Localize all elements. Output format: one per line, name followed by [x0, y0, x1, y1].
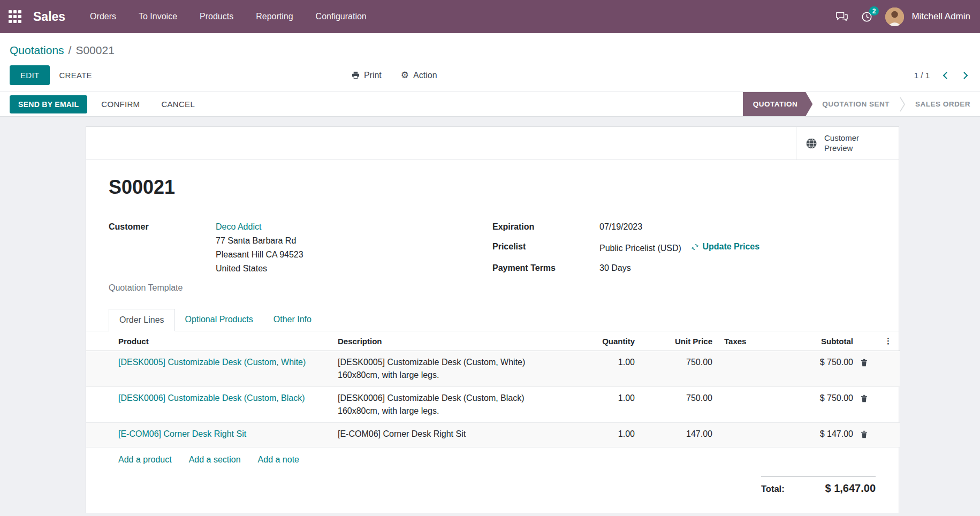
quotation-form-sheet: Customer Preview S00021 Customer Deco Ad…	[86, 126, 899, 513]
customer-address-line: 77 Santa Barbara Rd	[216, 234, 303, 248]
add-a-section-link[interactable]: Add a section	[189, 455, 241, 465]
line-description: [DESK0005] Customizable Desk (Custom, Wh…	[338, 351, 563, 387]
col-taxes[interactable]: Taxes	[712, 331, 798, 351]
activity-badge: 2	[869, 6, 879, 16]
line-subtotal: $ 750.00	[798, 387, 853, 423]
create-button[interactable]: CREATE	[50, 66, 101, 85]
top-navbar: Sales Orders To Invoice Products Reporti…	[0, 0, 980, 33]
action-menu-button[interactable]: ⚙ Action	[401, 71, 437, 80]
line-taxes	[712, 351, 798, 387]
add-a-product-link[interactable]: Add a product	[118, 455, 172, 465]
col-description[interactable]: Description	[338, 331, 563, 351]
status-separator-icon	[899, 92, 906, 116]
col-quantity[interactable]: Quantity	[563, 331, 635, 351]
payment-terms-label: Payment Terms	[492, 261, 599, 275]
nav-item-products[interactable]: Products	[200, 9, 233, 25]
pricelist-value: Public Pricelist (USD)	[599, 244, 681, 253]
status-sales-order[interactable]: SALES ORDER	[906, 92, 980, 116]
send-by-email-button[interactable]: SEND BY EMAIL	[10, 95, 87, 113]
total-value: $ 1,647.00	[825, 482, 876, 495]
pager-previous-button[interactable]	[940, 69, 950, 82]
avatar[interactable]	[885, 7, 904, 26]
navbar-systray: 2 Mitchell Admin	[835, 7, 970, 26]
chevron-right-icon	[963, 71, 968, 80]
trash-icon	[861, 359, 868, 367]
notebook-tabs: Order Lines Optional Products Other Info	[86, 309, 899, 331]
user-name[interactable]: Mitchell Admin	[911, 11, 970, 22]
line-quantity: 1.00	[563, 351, 635, 387]
status-quotation[interactable]: QUOTATION	[743, 92, 813, 116]
trash-icon	[861, 394, 868, 403]
control-panel: Quotations/S00021 EDIT CREATE Print ⚙ Ac…	[0, 33, 980, 92]
form-statusbar: SEND BY EMAIL CONFIRM CANCEL QUOTATION Q…	[0, 92, 980, 117]
pager-count: 1 / 1	[914, 71, 930, 80]
gear-icon: ⚙	[401, 71, 409, 80]
nav-item-to-invoice[interactable]: To Invoice	[139, 9, 177, 25]
main-menu: Orders To Invoice Products Reporting Con…	[90, 9, 367, 25]
totals-footer: Total: $ 1,647.00	[761, 476, 876, 495]
app-name[interactable]: Sales	[33, 10, 65, 24]
delete-line-button[interactable]	[853, 423, 875, 447]
nav-item-reporting[interactable]: Reporting	[256, 9, 293, 25]
edit-button[interactable]: EDIT	[10, 65, 50, 85]
line-subtotal: $ 750.00	[798, 351, 853, 387]
customer-link[interactable]: Deco Addict	[216, 222, 261, 231]
product-link[interactable]: [DESK0005] Customizable Desk (Custom, Wh…	[118, 358, 306, 367]
quotation-template-label: Quotation Template	[109, 283, 492, 293]
apps-menu-icon[interactable]	[9, 10, 21, 23]
customer-label: Customer	[109, 220, 216, 276]
pager-next-button[interactable]	[961, 69, 970, 82]
pricelist-label: Pricelist	[492, 240, 599, 255]
nav-item-orders[interactable]: Orders	[90, 9, 116, 25]
order-line-row[interactable]: [DESK0006] Customizable Desk (Custom, Bl…	[86, 387, 900, 423]
breadcrumb-current: S00021	[75, 44, 114, 56]
breadcrumb: Quotations/S00021	[10, 44, 970, 57]
line-unit-price: 750.00	[635, 351, 712, 387]
total-label: Total:	[761, 484, 785, 494]
print-button[interactable]: Print	[352, 71, 382, 80]
col-product[interactable]: Product	[118, 331, 338, 351]
col-subtotal[interactable]: Subtotal	[798, 331, 853, 351]
product-link[interactable]: [E-COM06] Corner Desk Right Sit	[118, 429, 246, 438]
delete-line-button[interactable]	[853, 351, 875, 387]
line-unit-price: 750.00	[635, 387, 712, 423]
order-lines-table: Product Description Quantity Unit Price …	[86, 331, 900, 447]
trash-icon	[861, 430, 868, 438]
refresh-icon	[691, 243, 699, 251]
field-group: Customer Deco Addict 77 Santa Barbara Rd…	[109, 220, 876, 293]
status-quotation-sent[interactable]: QUOTATION SENT	[812, 92, 899, 116]
order-line-row[interactable]: [DESK0005] Customizable Desk (Custom, Wh…	[86, 351, 900, 387]
line-quantity: 1.00	[563, 423, 635, 447]
cancel-button[interactable]: CANCEL	[154, 95, 202, 113]
line-subtotal: $ 147.00	[798, 423, 853, 447]
update-prices-button[interactable]: Update Prices	[691, 240, 759, 254]
tab-optional-products[interactable]: Optional Products	[175, 309, 263, 331]
line-description: [DESK0006] Customizable Desk (Custom, Bl…	[338, 387, 563, 423]
breadcrumb-quotations[interactable]: Quotations	[10, 44, 64, 56]
nav-item-configuration[interactable]: Configuration	[316, 9, 367, 25]
expiration-value: 07/19/2023	[599, 220, 642, 234]
list-add-links: Add a product Add a section Add a note	[86, 447, 899, 472]
table-header-row: Product Description Quantity Unit Price …	[86, 331, 900, 351]
chevron-left-icon	[943, 71, 948, 80]
line-taxes	[712, 387, 798, 423]
col-unit-price[interactable]: Unit Price	[635, 331, 712, 351]
messages-icon[interactable]	[835, 11, 848, 22]
confirm-button[interactable]: CONFIRM	[94, 95, 147, 113]
customer-preview-button[interactable]: Customer Preview	[796, 127, 899, 160]
tab-order-lines[interactable]: Order Lines	[109, 309, 175, 331]
tab-other-info[interactable]: Other Info	[263, 309, 322, 331]
product-link[interactable]: [DESK0006] Customizable Desk (Custom, Bl…	[118, 393, 305, 403]
button-box: Customer Preview	[86, 127, 899, 160]
breadcrumb-separator: /	[69, 44, 72, 56]
order-line-row[interactable]: [E-COM06] Corner Desk Right Sit [E-COM06…	[86, 423, 900, 447]
customer-address-line: Pleasant Hill CA 94523	[216, 248, 303, 262]
line-unit-price: 147.00	[635, 423, 712, 447]
line-taxes	[712, 423, 798, 447]
expiration-label: Expiration	[492, 220, 599, 234]
line-description: [E-COM06] Corner Desk Right Sit	[338, 423, 563, 447]
add-a-note-link[interactable]: Add a note	[258, 455, 299, 465]
activities-icon[interactable]: 2	[861, 11, 872, 22]
delete-line-button[interactable]	[853, 387, 875, 423]
optional-columns-icon[interactable]: ⋮	[875, 331, 900, 351]
